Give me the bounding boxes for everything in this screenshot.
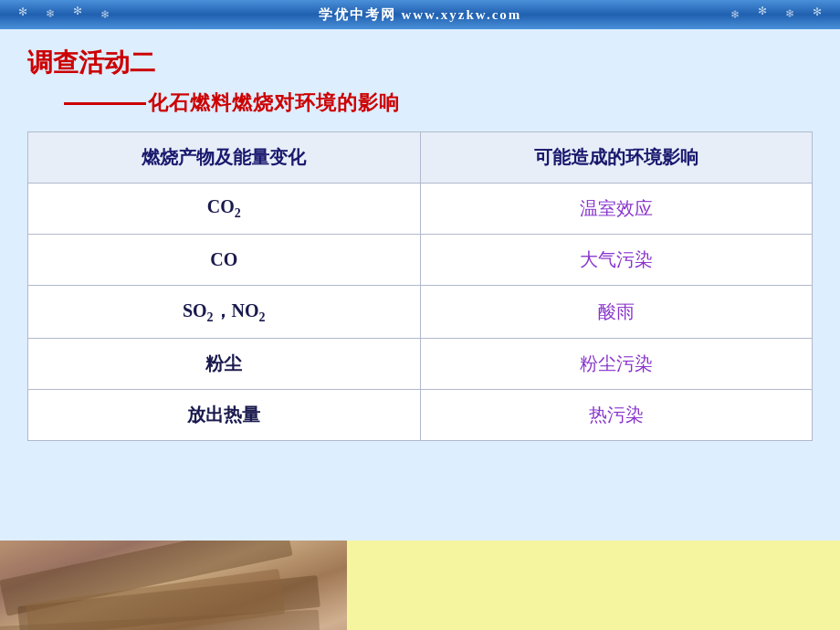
star-icon: ✻: [758, 5, 767, 18]
bottom-section: [0, 541, 840, 630]
subtitle-text: 化石燃料燃烧对环境的影响: [148, 89, 400, 117]
star-icon: ✻: [813, 5, 822, 19]
top-banner: ✻ ❄ ✻ ❄ ❄ ✻ ❄ ✻ 学优中考网 www.xyzkw.com: [0, 0, 840, 29]
cell-compound-so2-no2: SO2，NO2: [28, 286, 421, 339]
cell-compound-dust: 粉尘: [28, 339, 421, 390]
star-icon: ❄: [100, 8, 110, 22]
subtitle-container: 化石燃料燃烧对环境的影响: [27, 89, 813, 117]
cell-effect-heat-pollution: 热污染: [420, 390, 813, 441]
page-title: 调查活动二: [27, 46, 813, 80]
bottom-image-right: [347, 541, 840, 630]
cell-effect-air-pollution: 大气污染: [420, 235, 813, 286]
table-row: CO 大气污染: [28, 235, 813, 286]
cell-compound-co2: CO2: [28, 184, 421, 235]
star-icon: ✻: [73, 5, 82, 18]
image-detail: [0, 610, 320, 630]
cell-effect-greenhouse: 温室效应: [420, 184, 813, 235]
content-table: 燃烧产物及能量变化 可能造成的环境影响 CO2 温室效应 CO 大气污染 SO2…: [27, 131, 813, 441]
table-row: 粉尘 粉尘污染: [28, 339, 813, 390]
table-header-row: 燃烧产物及能量变化 可能造成的环境影响: [28, 132, 813, 184]
cell-effect-dust-pollution: 粉尘污染: [420, 339, 813, 390]
star-icon: ❄: [730, 8, 740, 22]
table-row: CO2 温室效应: [28, 184, 813, 235]
col-header-combustion: 燃烧产物及能量变化: [28, 132, 421, 184]
cell-effect-acid-rain: 酸雨: [420, 286, 813, 339]
cell-compound-co: CO: [28, 235, 421, 286]
cell-compound-heat: 放出热量: [28, 390, 421, 441]
main-content: 调查活动二 化石燃料燃烧对环境的影响 燃烧产物及能量变化 可能造成的环境影响 C…: [0, 29, 840, 541]
star-icon: ❄: [46, 7, 55, 21]
star-icon: ✻: [18, 5, 27, 19]
star-icon: ❄: [785, 7, 794, 21]
table-row: 放出热量 热污染: [28, 390, 813, 441]
bottom-image-left: [0, 541, 347, 630]
table-row: SO2，NO2 酸雨: [28, 286, 813, 339]
col-header-impact: 可能造成的环境影响: [420, 132, 813, 184]
subtitle-line-left: [64, 102, 146, 105]
banner-text: 学优中考网 www.xyzkw.com: [319, 6, 522, 24]
